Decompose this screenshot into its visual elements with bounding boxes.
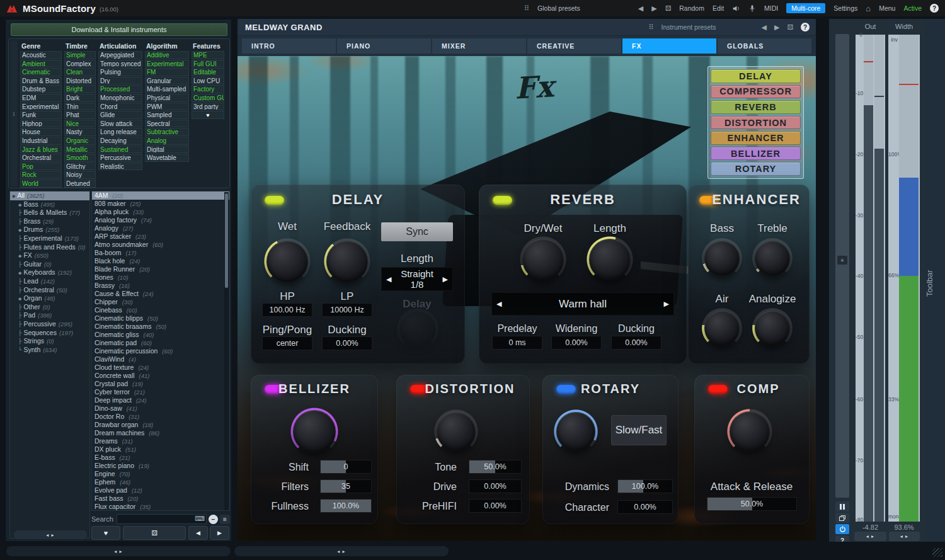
treble-knob[interactable] [755,241,790,276]
filter-tag[interactable]: Chord [98,103,142,111]
filter-tag[interactable]: Rock [20,171,62,179]
filter-tag[interactable]: MPE [192,51,224,59]
filter-tag[interactable]: Industrial [20,137,62,145]
filter-tag[interactable]: Bright [64,85,96,93]
filter-tag[interactable]: Pop [20,163,62,171]
bass-knob[interactable] [704,241,740,276]
filter-tag[interactable]: Custom GUI [192,94,224,102]
filter-tag[interactable]: Nice [64,120,96,128]
page-tab[interactable]: GLOBALS [718,38,811,54]
tree-item[interactable]: ├Sequences(197) [10,329,89,338]
filter-tag[interactable]: Processed [98,85,142,93]
instrument-presets-button[interactable]: Instrument presets [662,23,716,31]
preset-item[interactable]: Fast bass (20) [92,494,229,503]
filter-tag[interactable]: Acoustic [20,51,62,59]
filter-tag[interactable]: Detuned [64,180,96,188]
tree-item[interactable]: ├Orchestral(50) [10,286,89,295]
predelay-value[interactable]: 0 ms [492,336,542,350]
filter-tag[interactable]: Arpeggiated [98,51,142,59]
reverb-ducking-value[interactable]: 0.00% [611,336,662,350]
edit-button[interactable]: Edit [713,4,724,12]
menu-button[interactable]: Menu [879,4,895,12]
filter-tag[interactable]: Additive [145,51,189,59]
preset-item[interactable]: Cinematic blipps (50) [92,314,229,323]
filter-tag[interactable]: Complex [64,60,96,68]
filter-tag[interactable]: Thin [64,103,96,111]
reverb-preset-selector[interactable]: ◀ Warm hall ▶ [491,292,674,316]
filter-tag[interactable]: Monophonic [98,94,142,102]
filter-tag[interactable]: House [20,128,62,136]
preset-item[interactable]: Evolve pad (12) [92,486,229,494]
delay-length-selector[interactable]: ◀ Straight1/8 ▶ [381,267,453,291]
tree-item[interactable]: ├Other(0) [10,303,89,312]
tree-item[interactable]: ├Flutes and Reeds(0) [10,243,89,252]
keyboard-icon[interactable]: ⌨ [195,515,205,523]
list-menu-button[interactable]: ≡ [220,515,230,524]
favorite-button[interactable]: ♥ [91,526,120,540]
pingpong-value[interactable]: center [262,336,312,350]
filter-tag[interactable]: Simple [64,51,96,59]
filter-tag[interactable]: Glide [98,111,142,119]
tree-item[interactable]: ◆FX(650) [10,251,89,260]
tree-item[interactable]: └Synth(634) [10,346,89,355]
filter-tag[interactable]: Full GUI [192,60,224,68]
preset-item[interactable]: Atmo soundmaker (60) [92,241,229,249]
filter-tag[interactable]: 3rd party [192,103,224,111]
preset-item[interactable]: Analog factory (74) [92,216,229,224]
filter-tag[interactable]: Orchestral [20,154,62,162]
filter-tag[interactable]: PWM [145,103,189,111]
filter-tag[interactable]: Decaying [98,137,142,145]
popup-window-button[interactable] [835,513,849,523]
meters-power-button[interactable] [835,524,849,534]
preset-item[interactable]: Dino-saw (41) [92,404,229,413]
filter-tag[interactable]: Spectral [145,120,189,128]
page-tab[interactable]: FX [622,38,716,54]
tree-item[interactable]: ◆Bass(495) [10,200,89,209]
previous-preset-button[interactable]: ◀ [638,4,643,13]
window-resize-grip[interactable] [932,548,942,557]
preset-item[interactable]: Bones (10) [92,273,229,282]
filter-tag[interactable]: Clean [64,68,96,76]
filter-resize-handle[interactable]: ↕ [10,40,18,186]
parameter-value[interactable]: 0.00% [469,479,522,493]
settings-button[interactable]: Settings [833,4,857,12]
filter-tag[interactable]: Sampled [145,111,189,119]
preset-item[interactable]: E-bass (21) [92,454,229,462]
next-length-icon[interactable]: ▶ [438,275,452,283]
rotary-knob[interactable] [556,412,595,451]
filter-tag[interactable]: Dark [64,94,96,102]
random-preset-button[interactable]: ⚄ [123,526,186,540]
scrollbar-thumb[interactable] [225,193,228,288]
filter-tag[interactable]: Long release [98,128,142,136]
tree-item[interactable]: ├Brass(29) [10,217,89,226]
pause-meters-button[interactable] [835,501,849,511]
preset-item[interactable]: Crystal pad (19) [92,380,229,388]
preset-item[interactable]: Blade Runner (20) [92,265,229,273]
global-presets-button[interactable]: Global presets [537,4,580,12]
scrollbar-grip-icon[interactable]: ≡ [837,256,847,265]
filter-tag[interactable]: Hiphop [20,120,62,128]
preset-item[interactable]: Flux capacitor (35) [92,503,229,511]
delay-ducking-value[interactable]: 0.00% [322,336,372,350]
parameter-value[interactable]: 0.00% [469,499,522,513]
preset-item[interactable]: Cinematic gliss (40) [92,331,229,339]
microphone-icon[interactable] [748,4,756,13]
filter-tag[interactable]: Granular [145,77,189,85]
filter-tag[interactable]: ♥ [192,111,224,119]
preset-item[interactable]: 4AM (20) [92,191,229,200]
preset-item[interactable]: Analogy (27) [92,224,229,232]
width-meter-collapse-handle[interactable]: ◂ ▸ [889,532,920,541]
attack-release-knob[interactable] [730,411,770,452]
distortion-knob[interactable] [437,412,476,451]
filter-tag[interactable]: Percussive [98,154,142,162]
fx-chain-module-button[interactable]: DELAY [711,69,801,83]
tree-item[interactable]: ◆Keyboards(192) [10,268,89,277]
preset-item[interactable]: Black hole (24) [92,257,229,265]
next-reverb-preset-icon[interactable]: ▶ [660,300,673,308]
next-instrument-preset-button[interactable]: ▶ [774,23,779,31]
preset-item[interactable]: Ephem (46) [92,478,229,486]
filter-tag[interactable]: Slow attack [98,120,142,128]
filter-tag[interactable]: Ambient [20,60,62,68]
home-icon[interactable]: ⌂ [866,4,871,13]
filter-tag[interactable]: Funk [20,111,62,119]
